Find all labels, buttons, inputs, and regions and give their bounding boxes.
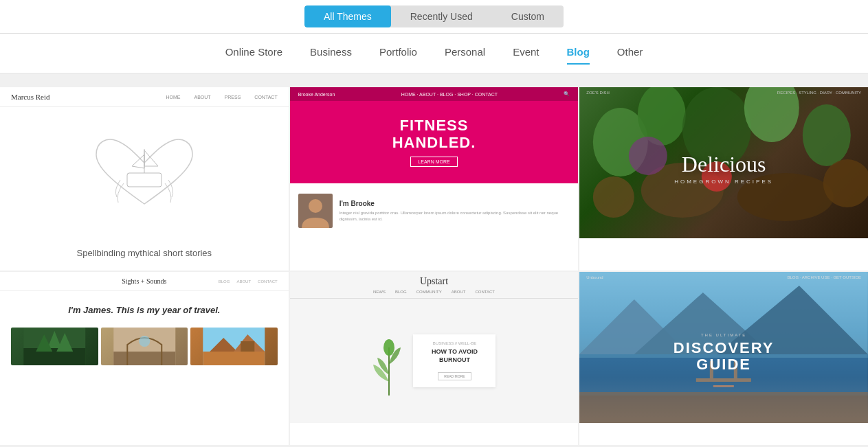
theme-preview-upstart: Upstart NEWS BLOG COMMUNITY ABOUT CONTAC… [290, 272, 579, 423]
svg-marker-2 [144, 150, 158, 166]
zoes-title: Delicious [682, 152, 766, 177]
marcus-nav: Marcus Reid HOME ABOUT PRESS CONTACT [0, 87, 289, 107]
zoes-hero: Delicious HOMEGROWN RECIPES [579, 98, 868, 238]
marcus-illustration [89, 128, 199, 218]
theme-preview-marcus: Marcus Reid HOME ABOUT PRESS CONTACT [0, 87, 289, 238]
cat-portfolio[interactable]: Portfolio [379, 46, 417, 65]
unbound-nav: Unbound BLOG · ARCHIVE USE · GET OUTSIDE [579, 272, 868, 283]
marcus-nav-home: HOME [166, 95, 180, 100]
unbound-nav-links: BLOG · ARCHIVE USE · GET OUTSIDE [787, 275, 861, 279]
theme-caption-unbound [579, 423, 868, 445]
cat-other[interactable]: Other [617, 46, 643, 65]
upstart-nav-blog: BLOG [395, 290, 407, 294]
unbound-overlay: Unbound BLOG · ARCHIVE USE · GET OUTSIDE… [579, 272, 868, 423]
brooke-hero-title: FITNESSHANDLED. [392, 117, 476, 150]
marcus-logo: Marcus Reid [11, 93, 152, 101]
sights-nav-contact: CONTACT [258, 279, 278, 284]
theme-card-brooke[interactable]: Brooke Anderson HOME · ABOUT · BLOG · SH… [290, 87, 579, 271]
upstart-nav-news: NEWS [373, 290, 386, 294]
unbound-brand: Unbound [586, 275, 603, 279]
theme-card-unbound[interactable]: Unbound BLOG · ARCHIVE USE · GET OUTSIDE… [579, 272, 868, 445]
svg-rect-25 [203, 352, 265, 365]
brooke-nav: Brooke Anderson HOME · ABOUT · BLOG · SH… [290, 87, 579, 101]
svg-point-30 [383, 339, 394, 356]
sights-logo: Sights + Sounds [103, 277, 186, 285]
upstart-card-title: HOW TO AVOIDBURNOUT [421, 348, 487, 364]
upstart-logo-wrap: Upstart [290, 272, 579, 287]
sights-photo-forest [11, 328, 98, 365]
brooke-avatar [298, 194, 333, 228]
theme-caption-marcus: Spellbinding mythical short stories [0, 238, 289, 271]
tab-recently-used[interactable]: Recently Used [391, 5, 492, 27]
svg-rect-28 [241, 341, 254, 352]
upstart-card-label: BUSINESS // WELL-BE [421, 341, 487, 345]
upstart-blog-card: BUSINESS // WELL-BE HOW TO AVOIDBURNOUT … [413, 334, 496, 387]
svg-rect-0 [127, 173, 162, 187]
upstart-read-more[interactable]: READ MORE [438, 372, 471, 380]
sights-nav-blog: BLOG [219, 279, 230, 284]
top-tab-bar: All Themes Recently Used Custom [0, 0, 868, 34]
svg-point-23 [139, 336, 150, 347]
brooke-brand: Brooke Anderson [298, 92, 335, 97]
cat-business[interactable]: Business [310, 46, 352, 65]
marcus-body [0, 107, 289, 238]
theme-caption-zoes [579, 238, 868, 260]
theme-card-marcus-reid[interactable]: Marcus Reid HOME ABOUT PRESS CONTACT [0, 87, 289, 271]
unbound-hero: THE ULTIMATE DISCOVERYGUIDE [579, 283, 868, 423]
theme-card-upstart[interactable]: Upstart NEWS BLOG COMMUNITY ABOUT CONTAC… [290, 272, 579, 445]
upstart-nav-contact: CONTACT [475, 290, 495, 294]
brooke-text-block: I'm Brooke Integer nisl gravida porttito… [340, 200, 570, 222]
upstart-body: BUSINESS // WELL-BE HOW TO AVOIDBURNOUT … [290, 299, 579, 423]
sights-hero-text: I'm James. This is my year of travel. [0, 291, 289, 322]
tab-custom[interactable]: Custom [492, 5, 564, 27]
brooke-learn-more[interactable]: LEARN MORE [410, 157, 457, 167]
brooke-search-icon: 🔍 [564, 91, 570, 97]
themes-grid: Marcus Reid HOME ABOUT PRESS CONTACT [0, 73, 868, 445]
marcus-nav-press: PRESS [225, 95, 241, 100]
theme-preview-zoes: ZOE'S DISH RECIPES · STYLING · DIARY · C… [579, 87, 868, 238]
theme-caption-sights [0, 423, 289, 445]
category-nav: Online Store Business Portfolio Personal… [0, 34, 868, 73]
brooke-lower: I'm Brooke Integer nisl gravida porttito… [290, 183, 579, 238]
unbound-label: THE ULTIMATE [701, 333, 746, 337]
theme-preview-brooke: Brooke Anderson HOME · ABOUT · BLOG · SH… [290, 87, 579, 238]
sights-photo-desert [190, 328, 278, 365]
upstart-subnav: NEWS BLOG COMMUNITY ABOUT CONTACT [290, 287, 579, 299]
theme-preview-unbound: Unbound BLOG · ARCHIVE USE · GET OUTSIDE… [579, 272, 868, 423]
cat-event[interactable]: Event [513, 46, 539, 65]
upstart-nav-community: COMMUNITY [416, 290, 442, 294]
zoes-nav: ZOE'S DISH RECIPES · STYLING · DIARY · C… [579, 87, 868, 98]
zoes-subtitle: HOMEGROWN RECIPES [674, 179, 773, 185]
upstart-plant [372, 327, 406, 396]
svg-point-4 [309, 199, 322, 213]
zoes-overlay: ZOE'S DISH RECIPES · STYLING · DIARY · C… [579, 87, 868, 238]
zoes-nav-links: RECIPES · STYLING · DIARY · COMMUNITY [777, 91, 861, 95]
upstart-logo: Upstart [301, 276, 568, 287]
brooke-bio: Integer nisl gravida porttitor cras. Ull… [340, 210, 570, 222]
zoes-brand: ZOE'S DISH [586, 91, 609, 95]
brooke-name: I'm Brooke [340, 200, 570, 207]
svg-rect-22 [113, 352, 175, 365]
theme-card-sights-sounds[interactable]: Sights + Sounds BLOG ABOUT CONTACT I'm J… [0, 272, 289, 445]
sights-nav: Sights + Sounds BLOG ABOUT CONTACT [0, 272, 289, 291]
theme-type-tabs: All Themes Recently Used Custom [304, 5, 564, 27]
unbound-title: DISCOVERYGUIDE [674, 340, 775, 373]
brooke-hero: FITNESSHANDLED. LEARN MORE [290, 101, 579, 183]
svg-rect-17 [23, 348, 85, 365]
upstart-nav-about: ABOUT [452, 290, 466, 294]
cat-blog[interactable]: Blog [567, 46, 590, 65]
marcus-nav-contact: CONTACT [254, 95, 277, 100]
sights-nav-about: ABOUT [236, 279, 251, 284]
theme-card-zoes-dish[interactable]: ZOE'S DISH RECIPES · STYLING · DIARY · C… [579, 87, 868, 271]
cat-online-store[interactable]: Online Store [225, 46, 282, 65]
theme-caption-brooke [290, 238, 579, 260]
theme-preview-sights: Sights + Sounds BLOG ABOUT CONTACT I'm J… [0, 272, 289, 423]
theme-caption-upstart [290, 423, 579, 445]
sights-photos [0, 322, 289, 371]
cat-personal[interactable]: Personal [445, 46, 485, 65]
brooke-nav-links: HOME · ABOUT · BLOG · SHOP · CONTACT [401, 92, 498, 97]
sights-photo-arch [101, 328, 188, 365]
tab-all-themes[interactable]: All Themes [304, 5, 391, 27]
marcus-nav-about: ABOUT [194, 95, 210, 100]
